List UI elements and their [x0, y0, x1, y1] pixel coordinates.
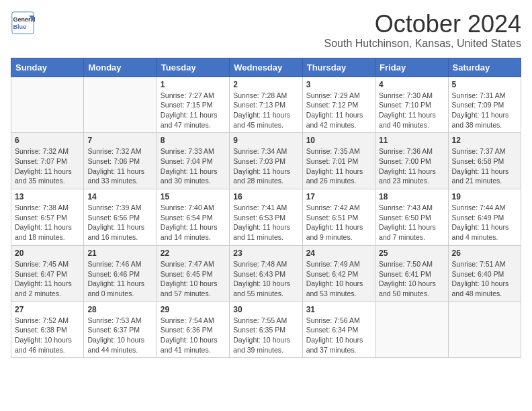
calendar-cell: 30Sunrise: 7:55 AM Sunset: 6:35 PM Dayli…: [230, 302, 302, 358]
day-number: 24: [306, 248, 371, 258]
calendar-cell: 31Sunrise: 7:56 AM Sunset: 6:34 PM Dayli…: [302, 302, 375, 358]
day-info: Sunrise: 7:54 AM Sunset: 6:36 PM Dayligh…: [161, 316, 226, 355]
calendar-cell: [448, 302, 521, 358]
week-row-4: 20Sunrise: 7:45 AM Sunset: 6:47 PM Dayli…: [11, 245, 521, 302]
week-row-3: 13Sunrise: 7:38 AM Sunset: 6:57 PM Dayli…: [11, 189, 521, 246]
day-info: Sunrise: 7:28 AM Sunset: 7:13 PM Dayligh…: [233, 91, 298, 130]
calendar-cell: 17Sunrise: 7:42 AM Sunset: 6:51 PM Dayli…: [302, 189, 375, 246]
calendar-cell: [11, 77, 84, 133]
calendar-cell: 14Sunrise: 7:39 AM Sunset: 6:56 PM Dayli…: [84, 189, 157, 246]
day-number: 10: [306, 136, 371, 145]
day-number: 27: [15, 305, 80, 314]
day-info: Sunrise: 7:33 AM Sunset: 7:04 PM Dayligh…: [161, 146, 226, 186]
calendar-cell: 29Sunrise: 7:54 AM Sunset: 6:36 PM Dayli…: [157, 302, 229, 358]
calendar-cell: 12Sunrise: 7:37 AM Sunset: 6:58 PM Dayli…: [448, 133, 521, 189]
calendar-cell: 8Sunrise: 7:33 AM Sunset: 7:04 PM Daylig…: [157, 133, 229, 189]
calendar-cell: 28Sunrise: 7:53 AM Sunset: 6:37 PM Dayli…: [84, 302, 157, 358]
day-info: Sunrise: 7:55 AM Sunset: 6:35 PM Dayligh…: [233, 316, 298, 355]
day-number: 15: [161, 192, 226, 201]
day-number: 16: [233, 192, 298, 201]
day-number: 17: [306, 192, 371, 201]
day-info: Sunrise: 7:39 AM Sunset: 6:56 PM Dayligh…: [87, 203, 152, 242]
calendar-cell: [84, 77, 157, 133]
calendar-cell: 19Sunrise: 7:44 AM Sunset: 6:49 PM Dayli…: [448, 189, 521, 246]
day-info: Sunrise: 7:30 AM Sunset: 7:10 PM Dayligh…: [379, 91, 444, 130]
day-info: Sunrise: 7:36 AM Sunset: 7:00 PM Dayligh…: [379, 146, 444, 186]
day-number: 14: [87, 192, 152, 201]
day-number: 31: [306, 305, 371, 314]
day-info: Sunrise: 7:53 AM Sunset: 6:37 PM Dayligh…: [87, 316, 152, 355]
dow-monday: Monday: [84, 58, 157, 77]
calendar-cell: 10Sunrise: 7:35 AM Sunset: 7:01 PM Dayli…: [302, 133, 375, 189]
day-info: Sunrise: 7:32 AM Sunset: 7:06 PM Dayligh…: [87, 146, 152, 186]
dow-sunday: Sunday: [11, 58, 84, 77]
day-number: 19: [452, 192, 517, 201]
logo-icon: General Blue: [11, 11, 35, 35]
day-number: 6: [15, 136, 80, 145]
calendar-table: SundayMondayTuesdayWednesdayThursdayFrid…: [11, 58, 521, 359]
day-info: Sunrise: 7:42 AM Sunset: 6:51 PM Dayligh…: [306, 203, 371, 242]
week-row-2: 6Sunrise: 7:32 AM Sunset: 7:07 PM Daylig…: [11, 133, 521, 189]
day-info: Sunrise: 7:32 AM Sunset: 7:07 PM Dayligh…: [15, 146, 80, 186]
day-number: 29: [161, 305, 226, 314]
day-number: 3: [306, 80, 371, 89]
calendar-cell: 6Sunrise: 7:32 AM Sunset: 7:07 PM Daylig…: [11, 133, 84, 189]
day-number: 30: [233, 305, 298, 314]
calendar-cell: 20Sunrise: 7:45 AM Sunset: 6:47 PM Dayli…: [11, 245, 84, 302]
day-info: Sunrise: 7:48 AM Sunset: 6:43 PM Dayligh…: [233, 259, 298, 299]
day-number: 26: [452, 248, 517, 258]
calendar-cell: 2Sunrise: 7:28 AM Sunset: 7:13 PM Daylig…: [230, 77, 302, 133]
day-number: 25: [379, 248, 444, 258]
day-number: 8: [161, 136, 226, 145]
day-number: 13: [15, 192, 80, 201]
calendar-cell: 3Sunrise: 7:29 AM Sunset: 7:12 PM Daylig…: [302, 77, 375, 133]
calendar-cell: 25Sunrise: 7:50 AM Sunset: 6:41 PM Dayli…: [375, 245, 448, 302]
calendar-cell: 27Sunrise: 7:52 AM Sunset: 6:38 PM Dayli…: [11, 302, 84, 358]
dow-thursday: Thursday: [302, 58, 375, 77]
month-year-title: October 2024: [324, 11, 521, 38]
day-info: Sunrise: 7:52 AM Sunset: 6:38 PM Dayligh…: [15, 316, 80, 355]
day-number: 11: [379, 136, 444, 145]
calendar-cell: 23Sunrise: 7:48 AM Sunset: 6:43 PM Dayli…: [230, 245, 302, 302]
logo: General Blue General Blue: [11, 11, 35, 35]
title-area: October 2024 South Hutchinson, Kansas, U…: [324, 11, 521, 50]
day-number: 18: [379, 192, 444, 201]
day-info: Sunrise: 7:51 AM Sunset: 6:40 PM Dayligh…: [452, 259, 517, 299]
calendar-cell: [375, 302, 448, 358]
day-info: Sunrise: 7:37 AM Sunset: 6:58 PM Dayligh…: [452, 146, 517, 186]
day-number: 1: [161, 80, 226, 89]
calendar-cell: 4Sunrise: 7:30 AM Sunset: 7:10 PM Daylig…: [375, 77, 448, 133]
day-info: Sunrise: 7:44 AM Sunset: 6:49 PM Dayligh…: [452, 203, 517, 242]
calendar-cell: 21Sunrise: 7:46 AM Sunset: 6:46 PM Dayli…: [84, 245, 157, 302]
day-info: Sunrise: 7:40 AM Sunset: 6:54 PM Dayligh…: [161, 203, 226, 242]
calendar-cell: 26Sunrise: 7:51 AM Sunset: 6:40 PM Dayli…: [448, 245, 521, 302]
day-info: Sunrise: 7:49 AM Sunset: 6:42 PM Dayligh…: [306, 259, 371, 299]
day-number: 4: [379, 80, 444, 89]
day-info: Sunrise: 7:34 AM Sunset: 7:03 PM Dayligh…: [233, 146, 298, 186]
day-info: Sunrise: 7:45 AM Sunset: 6:47 PM Dayligh…: [15, 259, 80, 299]
calendar-cell: 18Sunrise: 7:43 AM Sunset: 6:50 PM Dayli…: [375, 189, 448, 246]
day-info: Sunrise: 7:56 AM Sunset: 6:34 PM Dayligh…: [306, 316, 371, 355]
day-number: 9: [233, 136, 298, 145]
dow-wednesday: Wednesday: [230, 58, 302, 77]
calendar-cell: 11Sunrise: 7:36 AM Sunset: 7:00 PM Dayli…: [375, 133, 448, 189]
day-info: Sunrise: 7:47 AM Sunset: 6:45 PM Dayligh…: [161, 259, 226, 299]
day-info: Sunrise: 7:43 AM Sunset: 6:50 PM Dayligh…: [379, 203, 444, 242]
day-info: Sunrise: 7:46 AM Sunset: 6:46 PM Dayligh…: [87, 259, 152, 299]
day-number: 20: [15, 248, 80, 258]
day-info: Sunrise: 7:38 AM Sunset: 6:57 PM Dayligh…: [15, 203, 80, 242]
header: General Blue General Blue October 2024 S…: [11, 11, 521, 50]
day-number: 23: [233, 248, 298, 258]
calendar-cell: 1Sunrise: 7:27 AM Sunset: 7:15 PM Daylig…: [157, 77, 229, 133]
calendar-cell: 22Sunrise: 7:47 AM Sunset: 6:45 PM Dayli…: [157, 245, 229, 302]
day-number: 21: [87, 248, 152, 258]
calendar-cell: 13Sunrise: 7:38 AM Sunset: 6:57 PM Dayli…: [11, 189, 84, 246]
day-info: Sunrise: 7:41 AM Sunset: 6:53 PM Dayligh…: [233, 203, 298, 242]
dow-friday: Friday: [375, 58, 448, 77]
calendar-cell: 7Sunrise: 7:32 AM Sunset: 7:06 PM Daylig…: [84, 133, 157, 189]
calendar-cell: 24Sunrise: 7:49 AM Sunset: 6:42 PM Dayli…: [302, 245, 375, 302]
days-of-week-header: SundayMondayTuesdayWednesdayThursdayFrid…: [11, 58, 521, 77]
calendar-cell: 5Sunrise: 7:31 AM Sunset: 7:09 PM Daylig…: [448, 77, 521, 133]
week-row-1: 1Sunrise: 7:27 AM Sunset: 7:15 PM Daylig…: [11, 77, 521, 133]
day-info: Sunrise: 7:31 AM Sunset: 7:09 PM Dayligh…: [452, 91, 517, 130]
